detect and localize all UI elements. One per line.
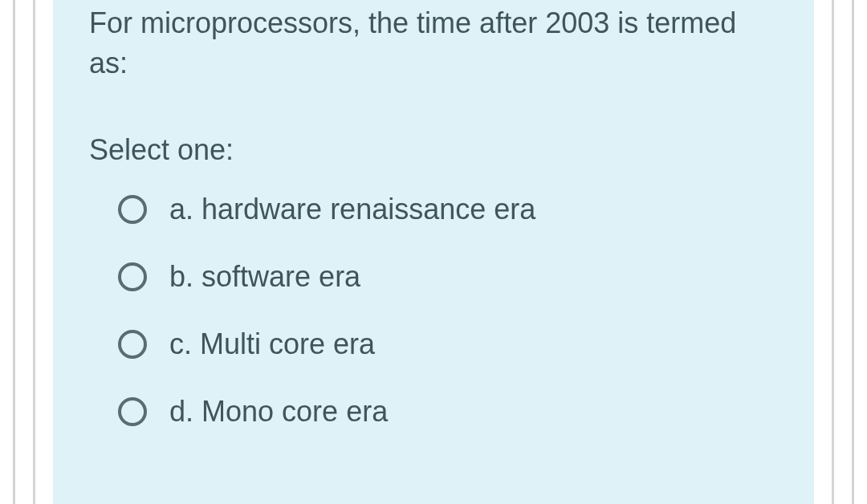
- option-text: Mono core era: [201, 395, 388, 428]
- options-list: a. hardware renaissance era b. software …: [89, 193, 782, 429]
- inner-border: For microprocessors, the time after 2003…: [33, 0, 834, 504]
- option-label: a. hardware renaissance era: [169, 193, 535, 226]
- option-label: d. Mono core era: [169, 395, 388, 429]
- option-b[interactable]: b. software era: [89, 260, 782, 294]
- outer-border: For microprocessors, the time after 2003…: [13, 0, 854, 504]
- question-text: For microprocessors, the time after 2003…: [89, 0, 782, 83]
- option-letter: c.: [169, 327, 192, 360]
- radio-icon[interactable]: [118, 330, 147, 359]
- option-label: c. Multi core era: [169, 327, 375, 361]
- radio-icon[interactable]: [118, 397, 147, 426]
- option-d[interactable]: d. Mono core era: [89, 395, 782, 429]
- option-letter: d.: [169, 395, 193, 428]
- option-letter: b.: [169, 260, 193, 293]
- option-text: software era: [201, 260, 360, 293]
- option-c[interactable]: c. Multi core era: [89, 327, 782, 361]
- question-panel: For microprocessors, the time after 2003…: [53, 0, 814, 504]
- option-label: b. software era: [169, 260, 360, 294]
- option-letter: a.: [169, 193, 193, 226]
- select-prompt: Select one:: [89, 130, 782, 170]
- radio-icon[interactable]: [118, 262, 147, 291]
- radio-icon[interactable]: [118, 195, 147, 224]
- option-text: hardware renaissance era: [201, 193, 535, 226]
- option-a[interactable]: a. hardware renaissance era: [89, 193, 782, 226]
- option-text: Multi core era: [200, 327, 375, 360]
